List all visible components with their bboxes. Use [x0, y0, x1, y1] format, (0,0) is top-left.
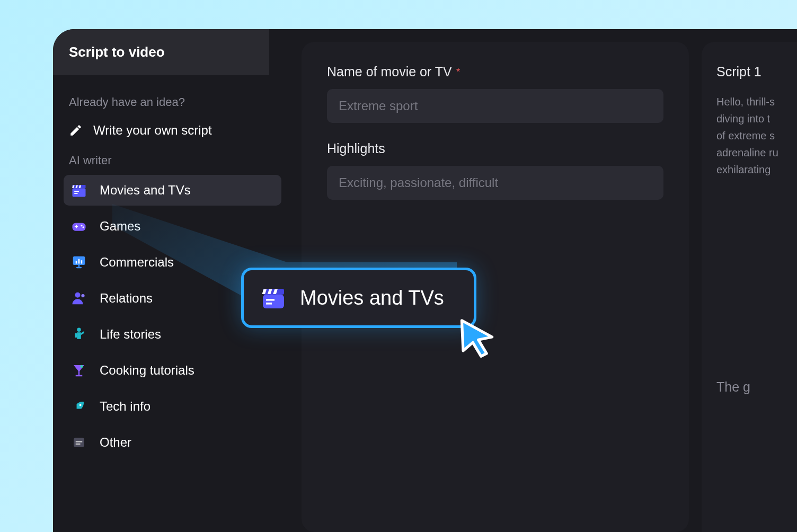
svg-rect-5	[74, 191, 79, 192]
category-label: Relations	[100, 291, 153, 306]
category-label: Commercials	[100, 255, 174, 270]
highlights-field-label: Highlights	[327, 141, 663, 156]
category-label: Other	[100, 435, 131, 450]
category-movies-tvs[interactable]: Movies and TVs	[64, 175, 281, 206]
script-preview-panel: Script 1 Hello, thrill-s diving into t o…	[702, 42, 797, 532]
svg-rect-16	[78, 265, 80, 267]
category-label: Cooking tutorials	[100, 363, 194, 378]
pencil-icon	[69, 123, 83, 137]
svg-rect-24	[74, 438, 84, 447]
clapper-icon	[71, 182, 87, 198]
script-footer-text: The g	[716, 379, 797, 395]
required-asterisk: *	[456, 66, 461, 78]
svg-rect-17	[76, 267, 82, 269]
svg-rect-34	[266, 303, 272, 305]
svg-rect-26	[76, 444, 81, 445]
category-other[interactable]: Other	[64, 427, 281, 458]
svg-rect-21	[75, 333, 77, 338]
waving-person-icon	[71, 326, 87, 342]
ai-writer-section-label: AI writer	[64, 144, 281, 175]
rocket-icon	[71, 398, 87, 414]
callout-box[interactable]: Movies and TVs	[241, 268, 476, 328]
svg-rect-28	[263, 295, 284, 308]
presentation-icon	[71, 254, 87, 270]
write-own-label: Write your own script	[93, 123, 212, 138]
script-preview-text: Hello, thrill-s diving into t of extreme…	[716, 93, 797, 178]
write-own-script-button[interactable]: Write your own script	[64, 117, 281, 144]
gamepad-icon	[71, 218, 87, 234]
highlights-input[interactable]	[327, 166, 663, 200]
clapper-icon	[261, 285, 286, 311]
svg-rect-13	[76, 261, 77, 264]
cursor-icon	[456, 316, 498, 358]
svg-rect-25	[76, 441, 83, 442]
svg-rect-15	[81, 260, 83, 263]
lines-icon	[71, 435, 87, 450]
svg-rect-33	[266, 299, 274, 301]
svg-point-10	[81, 225, 82, 226]
svg-rect-0	[73, 188, 86, 197]
category-games[interactable]: Games	[64, 211, 281, 242]
sidebar-header: Script to video	[53, 29, 269, 75]
svg-point-18	[75, 292, 81, 298]
person-icon	[71, 290, 87, 306]
category-label: Tech info	[100, 399, 150, 414]
script-title: Script 1	[716, 64, 797, 79]
svg-point-22	[81, 365, 83, 368]
category-label: Life stories	[100, 327, 161, 342]
callout-label: Movies and TVs	[300, 287, 444, 309]
cocktail-icon	[71, 362, 87, 378]
svg-point-19	[81, 294, 84, 297]
svg-rect-9	[76, 225, 77, 228]
svg-rect-6	[74, 193, 77, 194]
idea-section-label: Already have an idea?	[64, 86, 281, 117]
svg-rect-14	[78, 259, 80, 264]
name-field-label: Name of movie or TV *	[327, 64, 663, 79]
category-tech-info[interactable]: Tech info	[64, 391, 281, 422]
category-label: Movies and TVs	[100, 183, 191, 198]
svg-point-11	[83, 226, 84, 228]
category-cooking[interactable]: Cooking tutorials	[64, 355, 281, 386]
name-input[interactable]	[327, 89, 663, 123]
sidebar-title: Script to video	[69, 44, 253, 60]
svg-point-20	[77, 328, 81, 332]
category-callout: Movies and TVs	[241, 268, 476, 328]
category-label: Games	[100, 219, 140, 234]
